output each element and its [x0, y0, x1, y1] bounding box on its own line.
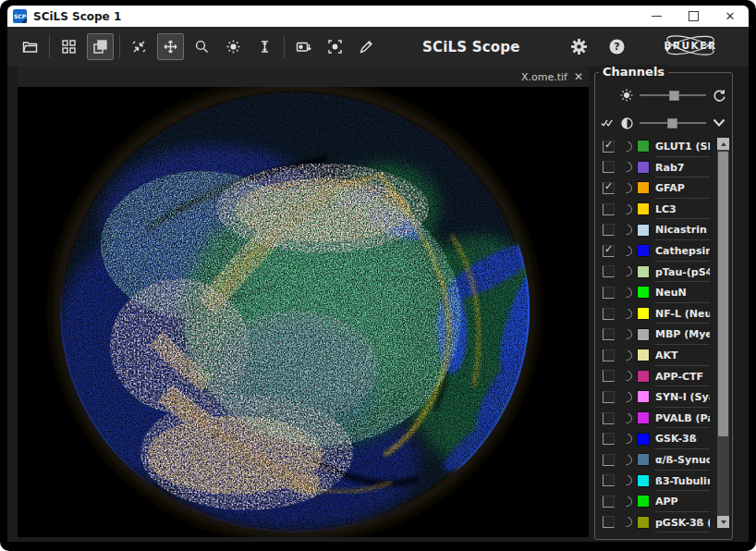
channel-checkbox[interactable]: ✓ [603, 141, 615, 153]
channel-solo-toggle[interactable] [620, 306, 634, 320]
channel-color-swatch[interactable] [637, 265, 650, 278]
channel-checkbox[interactable] [603, 391, 615, 403]
channel-label[interactable]: GSK-3ß [655, 430, 710, 449]
contrast-slider[interactable] [640, 117, 706, 129]
channel-checkbox[interactable] [603, 161, 615, 173]
channel-solo-toggle[interactable] [620, 410, 634, 424]
channel-checkbox[interactable] [603, 308, 615, 320]
channel-label[interactable]: Rab7 [655, 159, 710, 178]
close-button[interactable]: ✕ [712, 6, 749, 27]
channel-checkbox[interactable] [603, 203, 615, 215]
channel-label[interactable]: MBP (Myelin Ba [655, 325, 710, 345]
channel-label[interactable]: LC3 [655, 201, 710, 220]
channel-solo-toggle[interactable] [620, 369, 634, 383]
layers-view-icon[interactable] [87, 33, 114, 60]
channel-label[interactable]: ß3-Tubulin [655, 472, 710, 492]
settings-gear-icon[interactable] [566, 33, 592, 60]
channel-solo-toggle[interactable] [620, 327, 634, 341]
channel-solo-toggle[interactable] [620, 495, 634, 508]
capture-view-icon[interactable] [322, 33, 348, 60]
channel-checkbox[interactable] [603, 496, 615, 508]
channel-color-swatch[interactable] [637, 411, 650, 424]
brightness-icon[interactable] [220, 33, 247, 60]
intensity-range-icon[interactable] [251, 33, 278, 60]
channel-checkbox[interactable] [603, 474, 615, 486]
channel-color-swatch[interactable] [637, 516, 650, 529]
channel-checkbox[interactable] [603, 516, 615, 528]
channel-label[interactable]: APP-CTF [655, 368, 710, 387]
channel-color-swatch[interactable] [637, 244, 650, 257]
channel-solo-toggle[interactable] [620, 453, 634, 467]
zoom-icon[interactable] [189, 33, 215, 60]
channel-checkbox[interactable] [603, 265, 615, 277]
channel-color-swatch[interactable] [637, 390, 650, 403]
channel-checkbox[interactable] [603, 412, 615, 424]
channel-color-swatch[interactable] [637, 495, 650, 508]
annotate-pencil-icon[interactable] [353, 33, 380, 60]
tab-close-icon[interactable]: ✕ [574, 71, 583, 82]
channel-label[interactable]: Cathepsin D [655, 242, 710, 262]
export-image-icon[interactable] [290, 33, 317, 60]
channel-checkbox[interactable] [603, 224, 615, 236]
channel-color-swatch[interactable] [637, 433, 650, 446]
channel-color-swatch[interactable] [637, 286, 650, 299]
channel-checkbox[interactable] [603, 433, 615, 445]
grid-view-icon[interactable] [55, 33, 82, 60]
channel-checkbox[interactable] [603, 349, 615, 361]
channel-color-swatch[interactable] [637, 474, 650, 487]
channel-label[interactable]: SYN-I (Syanpsi [655, 388, 710, 408]
scrollbar-thumb[interactable] [718, 152, 728, 436]
channel-color-swatch[interactable] [637, 349, 650, 361]
channel-label[interactable]: pGSK-3ß (S9) [655, 514, 710, 533]
channel-color-swatch[interactable] [637, 140, 650, 153]
channel-label[interactable]: AKT [655, 347, 710, 366]
channel-solo-toggle[interactable] [620, 390, 634, 404]
channel-color-swatch[interactable] [637, 453, 650, 466]
channel-label[interactable]: NF-L (Neurofila [655, 305, 710, 324]
channel-color-swatch[interactable] [637, 307, 650, 320]
channel-solo-toggle[interactable] [620, 349, 634, 362]
channel-checkbox[interactable] [603, 287, 615, 299]
channel-color-swatch[interactable] [637, 328, 650, 341]
channel-solo-toggle[interactable] [620, 473, 634, 487]
channel-solo-toggle[interactable] [620, 140, 634, 153]
image-canvas[interactable] [18, 87, 589, 537]
channel-label[interactable]: α/ß-Synuclein [655, 451, 710, 471]
channel-label[interactable]: Nicastrin [655, 221, 710, 240]
reset-icon[interactable] [712, 89, 726, 103]
channel-color-swatch[interactable] [637, 202, 650, 215]
channel-color-swatch[interactable] [637, 181, 650, 194]
channel-list-scrollbar[interactable] [717, 138, 729, 528]
channel-checkbox[interactable] [603, 454, 615, 466]
open-folder-icon[interactable] [17, 33, 43, 60]
scroll-up-button[interactable] [717, 138, 729, 150]
minimize-button[interactable] [638, 6, 675, 27]
channel-label[interactable]: GLUT1 (SLC2A1 [655, 138, 710, 157]
channel-label[interactable]: APP [655, 493, 710, 512]
channel-color-swatch[interactable] [637, 370, 650, 383]
image-tab[interactable]: X.ome.tif ✕ [516, 67, 589, 87]
channel-solo-toggle[interactable] [620, 160, 634, 174]
channel-solo-toggle[interactable] [620, 223, 634, 237]
channel-checkbox[interactable] [603, 328, 615, 340]
help-icon[interactable]: ? [604, 33, 630, 60]
channel-solo-toggle[interactable] [620, 286, 634, 300]
channel-solo-toggle[interactable] [620, 432, 634, 446]
channel-label[interactable]: pTau-(pS404) ( [655, 263, 710, 283]
channel-color-swatch[interactable] [637, 161, 650, 174]
channel-color-swatch[interactable] [637, 224, 650, 237]
channel-checkbox[interactable]: ✓ [603, 182, 615, 194]
channel-label[interactable]: GFAP [655, 179, 710, 199]
channel-solo-toggle[interactable] [620, 202, 634, 215]
channel-solo-toggle[interactable] [620, 244, 634, 258]
channel-label[interactable]: PVALB (Parvalb [655, 410, 710, 429]
brightness-slider[interactable] [640, 90, 706, 101]
maximize-button[interactable] [675, 6, 712, 27]
channel-solo-toggle[interactable] [620, 181, 634, 195]
fit-to-view-icon[interactable] [126, 33, 152, 60]
chevron-down-icon[interactable] [712, 118, 726, 128]
channel-label[interactable]: NeuN [655, 284, 710, 303]
channel-solo-toggle[interactable] [620, 264, 634, 278]
scroll-down-button[interactable] [717, 516, 729, 528]
check-all-icon[interactable] [601, 117, 614, 129]
